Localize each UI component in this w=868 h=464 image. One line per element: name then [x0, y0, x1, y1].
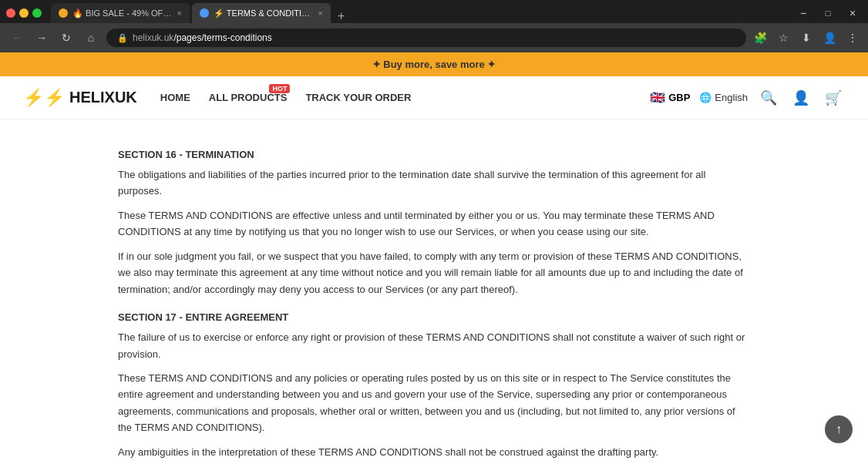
section-17-para-3: Any ambiguities in the interpretation of…: [118, 444, 750, 460]
content-scroll[interactable]: SECTION 16 - TERMINATION The obligations…: [0, 119, 868, 462]
promo-banner-text: ✦ Buy more, save more ✦: [372, 59, 496, 70]
window-minimize-icon[interactable]: −: [794, 4, 812, 22]
new-tab-button[interactable]: +: [333, 9, 349, 23]
language-button[interactable]: 🌐 English: [699, 92, 748, 103]
page-wrapper: SECTION 16 - TERMINATION The obligations…: [0, 119, 868, 462]
navbar: ⚡⚡ HELIXUK HOME ALL PRODUCTS HOT TRACK Y…: [0, 76, 868, 119]
section-16-para-2: These TERMS AND CONDITIONS are effective…: [118, 207, 750, 240]
hot-badge: HOT: [269, 84, 290, 93]
browser-chrome: 🔥 BIG SALE - 49% OFF 🔥 🧯... × ⚡ TERMS & …: [0, 0, 868, 52]
globe-icon: 🌐: [699, 92, 712, 103]
currency-button[interactable]: 🇬🇧 GBP: [650, 90, 690, 105]
browser-toolbar-icons: 🧩 ☆ ⬇ 👤 ⋮: [752, 32, 860, 44]
section-16-para-3: If in our sole judgment you fail, or we …: [118, 248, 750, 298]
section-16-para-1: The obligations and liabilities of the p…: [118, 166, 750, 200]
window-restore-icon[interactable]: □: [819, 4, 837, 22]
logo[interactable]: ⚡⚡ HELIXUK: [23, 88, 137, 108]
tab-close-sale[interactable]: ×: [177, 8, 182, 18]
section-17-para-2: These TERMS AND CONDITIONS and any polic…: [118, 370, 750, 436]
promo-banner: ✦ Buy more, save more ✦: [0, 52, 868, 76]
section-16: SECTION 16 - TERMINATION The obligations…: [118, 149, 750, 298]
browser-tab-terms[interactable]: ⚡ TERMS & CONDITIONS – HEL... ×: [192, 3, 331, 23]
extensions-icon[interactable]: 🧩: [752, 32, 768, 44]
window-minimize-btn[interactable]: [19, 8, 29, 18]
section-16-heading: SECTION 16 - TERMINATION: [118, 149, 750, 160]
search-button[interactable]: 🔍: [757, 86, 780, 109]
tab-title-terms: ⚡ TERMS & CONDITIONS – HEL...: [214, 8, 314, 18]
tab-favicon-terms: [200, 8, 209, 18]
scroll-top-icon: ↑: [836, 422, 842, 436]
account-button[interactable]: 👤: [789, 86, 812, 109]
logo-text: HELIXUK: [69, 89, 137, 106]
window-close-icon[interactable]: ×: [843, 4, 862, 22]
menu-icon[interactable]: ⋮: [845, 32, 860, 44]
section-17-heading: SECTION 17 - ENTIRE AGREEMENT: [118, 311, 750, 323]
home-button[interactable]: ⌂: [82, 29, 100, 47]
nav-links: HOME ALL PRODUCTS HOT TRACK YOUR ORDER: [160, 92, 650, 103]
address-text: helixuk.uk/pages/terms-conditions: [133, 32, 272, 43]
window-maximize-btn[interactable]: [32, 8, 42, 18]
download-icon[interactable]: ⬇: [799, 32, 814, 44]
profile-icon[interactable]: 👤: [822, 32, 837, 44]
logo-icon: ⚡⚡: [23, 88, 65, 108]
main-content: SECTION 16 - TERMINATION The obligations…: [87, 119, 781, 462]
window-close-btn[interactable]: [6, 8, 15, 18]
scroll-to-top-button[interactable]: ↑: [825, 415, 853, 443]
flag-icon: 🇬🇧: [650, 90, 665, 105]
currency-text: GBP: [668, 92, 690, 103]
tab-close-terms[interactable]: ×: [318, 8, 323, 18]
back-button[interactable]: ←: [8, 29, 26, 47]
section-17: SECTION 17 - ENTIRE AGREEMENT The failur…: [118, 311, 750, 460]
bookmark-icon[interactable]: ☆: [775, 32, 791, 44]
forward-button[interactable]: →: [32, 29, 51, 47]
nav-link-track-order[interactable]: TRACK YOUR ORDER: [305, 92, 411, 103]
tab-title-sale: 🔥 BIG SALE - 49% OFF 🔥 🧯...: [72, 8, 173, 18]
tab-favicon-sale: [59, 8, 68, 18]
browser-controls: ← → ↻ ⌂ 🔒 helixuk.uk/pages/terms-conditi…: [0, 23, 868, 52]
address-bar[interactable]: 🔒 helixuk.uk/pages/terms-conditions: [106, 29, 746, 47]
language-text: English: [715, 92, 748, 103]
address-lock-icon: 🔒: [117, 33, 128, 43]
refresh-button[interactable]: ↻: [57, 29, 76, 47]
nav-link-all-products[interactable]: ALL PRODUCTS HOT: [209, 92, 288, 103]
browser-tab-sale[interactable]: 🔥 BIG SALE - 49% OFF 🔥 🧯... ×: [51, 3, 190, 23]
nav-right: 🇬🇧 GBP 🌐 English 🔍 👤 🛒: [650, 86, 845, 109]
cart-button[interactable]: 🛒: [822, 86, 845, 109]
all-products-label: ALL PRODUCTS: [209, 92, 288, 103]
section-17-para-1: The failure of us to exercise or enforce…: [118, 329, 750, 362]
nav-link-home[interactable]: HOME: [160, 92, 190, 103]
